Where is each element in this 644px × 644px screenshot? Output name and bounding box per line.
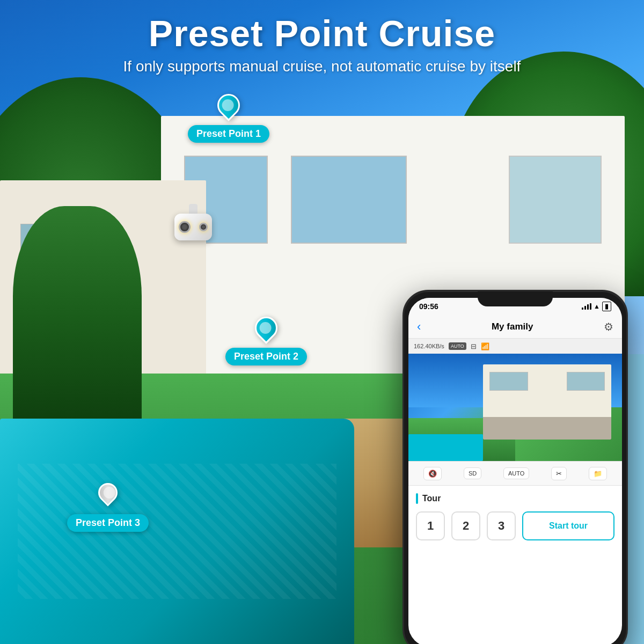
smartphone: 09:56 ▲ ▮ ‹ My family ⚙ (402, 290, 628, 644)
tour-button-3[interactable]: 3 (487, 511, 516, 540)
preset-label-2: Preset Point 2 (225, 348, 307, 365)
tour-button-1[interactable]: 1 (416, 511, 445, 540)
sd-button[interactable]: SD (464, 467, 481, 479)
tour-heading: Tour (422, 494, 441, 503)
auto-button[interactable]: AUTO (503, 467, 529, 479)
marker-circle-3 (94, 479, 122, 507)
feed-house (483, 364, 611, 440)
tour-button-2[interactable]: 2 (451, 511, 480, 540)
settings-icon[interactable]: ⚙ (604, 320, 613, 333)
app-header: ‹ My family ⚙ (408, 315, 622, 339)
preset-label-1: Preset Point 1 (188, 125, 269, 143)
header-section: Preset Point Cruise If only supports man… (0, 0, 644, 75)
start-tour-label: Start tour (549, 521, 588, 531)
back-button[interactable]: ‹ (417, 320, 421, 334)
phone-body: 09:56 ▲ ▮ ‹ My family ⚙ (402, 290, 628, 644)
page-subtitle: If only supports manual cruise, not auto… (0, 58, 644, 75)
folder-icon: 📁 (594, 470, 602, 478)
speed-value: 162.40KB/s (414, 343, 444, 349)
signal-bar-4 (590, 303, 591, 310)
battery-icon: ▮ (602, 302, 611, 311)
cut-button[interactable]: ✂ (551, 467, 567, 480)
trees-left (13, 206, 142, 431)
split-icon: ⊟ (471, 342, 477, 350)
preset-label-3: Preset Point 3 (67, 514, 149, 532)
marker-pin-1 (217, 94, 240, 123)
controls-bar: 🔇 SD AUTO ✂ 📁 (408, 461, 622, 486)
marker-circle-2 (250, 312, 282, 343)
marker-pin-2 (254, 317, 278, 346)
auto-label: AUTO (508, 470, 524, 477)
marker-circle-1 (213, 89, 244, 121)
folder-button[interactable]: 📁 (589, 467, 607, 480)
sd-label: SD (469, 470, 477, 477)
tour-num-1: 1 (427, 519, 434, 533)
swimming-pool (0, 419, 354, 644)
tour-num-2: 2 (463, 519, 469, 533)
status-icons: ▲ ▮ (582, 302, 611, 311)
camera-lens-main (179, 221, 191, 233)
app-title: My family (421, 321, 604, 332)
tour-buttons-row: 1 2 3 Start tour (416, 511, 614, 540)
page-title: Preset Point Cruise (0, 13, 644, 54)
preset-point-2[interactable]: Preset Point 2 (225, 317, 307, 365)
tour-num-3: 3 (498, 519, 504, 533)
preset-point-1[interactable]: Preset Point 1 (188, 94, 269, 143)
phone-notch (478, 291, 553, 306)
tour-section: Tour 1 2 3 Start tour (408, 486, 622, 546)
signal-bars (582, 303, 591, 310)
feed-pool (408, 434, 483, 461)
cut-icon: ✂ (556, 470, 562, 478)
signal-bar-2 (584, 306, 586, 310)
camera-feed (408, 354, 622, 461)
wifi-status-icon: 📶 (481, 342, 489, 350)
speed-bar: 162.40KB/s AUTO ⊟ 📶 (408, 339, 622, 354)
camera-lens-secondary (199, 223, 208, 231)
phone-screen: 09:56 ▲ ▮ ‹ My family ⚙ (408, 298, 622, 644)
marker-pin-3 (96, 483, 120, 512)
mute-icon: 🔇 (428, 470, 437, 478)
wifi-icon: ▲ (594, 303, 600, 310)
signal-bar-3 (587, 304, 589, 310)
signal-bar-1 (582, 308, 583, 310)
start-tour-button[interactable]: Start tour (522, 511, 614, 540)
auto-badge: AUTO (449, 342, 466, 350)
tour-accent-bar (416, 493, 418, 504)
tour-label-row: Tour (416, 493, 614, 504)
camera-body (174, 214, 212, 240)
mute-button[interactable]: 🔇 (423, 467, 442, 480)
status-time: 09:56 (419, 302, 438, 311)
preset-point-3[interactable]: Preset Point 3 (67, 483, 149, 532)
